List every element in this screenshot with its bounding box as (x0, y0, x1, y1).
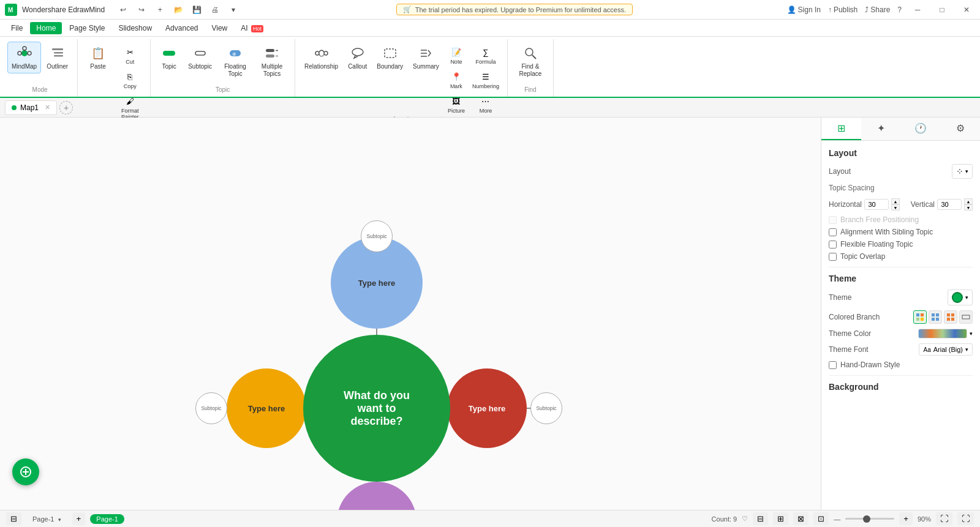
panel-tab-history[interactable]: 🕐 (901, 118, 941, 140)
vertical-down[interactable]: ▼ (964, 204, 973, 211)
redo-btn[interactable]: ↪ (133, 3, 150, 17)
relationship-btn[interactable]: Relationship (300, 42, 342, 73)
formula-btn[interactable]: ∑ Formula (469, 44, 502, 67)
mindmap-btn[interactable]: MindMap (7, 42, 41, 73)
canvas[interactable]: What do youwant todescribe? Type here Ty… (0, 118, 821, 510)
share-btn[interactable]: ⤴ Share (865, 6, 890, 14)
topic-overlap-checkbox[interactable] (829, 253, 837, 261)
subtopic-icon (192, 45, 209, 62)
numbering-btn[interactable]: ☰ Numbering (469, 69, 502, 91)
picture-btn[interactable]: 🖼 Picture (445, 93, 468, 116)
cut-btn[interactable]: ✂ Cut (115, 44, 145, 67)
floating-topic-btn[interactable]: ⊕ Floating Topic (217, 42, 253, 81)
sub-top-node[interactable]: Subtopic (361, 220, 393, 252)
horizontal-input[interactable] (864, 199, 889, 210)
find-replace-btn[interactable]: Find & Replace (513, 42, 548, 81)
vertical-input[interactable] (937, 199, 962, 210)
cb-btn-4[interactable] (959, 310, 973, 324)
map1-tab[interactable]: Map1 ✕ (5, 100, 57, 115)
sub-left-node[interactable]: Subtopic (195, 392, 227, 424)
close-btn[interactable]: ✕ (958, 3, 975, 17)
cb-btn-3[interactable] (944, 310, 957, 324)
add-tab-btn[interactable]: + (59, 101, 73, 114)
alignment-sibling-checkbox[interactable] (829, 228, 837, 236)
fit-screen-btn[interactable]: ⛶ (936, 512, 952, 525)
trial-banner: 🛒 The trial period has expired. Upgrade … (396, 4, 633, 15)
center-node[interactable]: What do youwant todescribe? (303, 335, 450, 482)
right-node[interactable]: Type here (447, 368, 527, 448)
active-page-tab[interactable]: Page-1 (90, 514, 124, 524)
horizontal-label: Horizontal (829, 200, 862, 209)
menu-ai[interactable]: AI Hot (235, 22, 270, 34)
panel-tab-settings[interactable]: ⚙ (940, 118, 980, 140)
horizontal-down[interactable]: ▼ (891, 204, 900, 211)
view-mode-2-btn[interactable]: ⊞ (773, 512, 788, 525)
vertical-up[interactable]: ▲ (964, 198, 973, 204)
undo-btn[interactable]: ↩ (115, 3, 132, 17)
summary-btn[interactable]: Summary (409, 42, 443, 73)
more-insert-btn[interactable]: ⋯ More (469, 93, 502, 116)
menu-slideshow[interactable]: Slideshow (112, 22, 158, 34)
svg-rect-45 (936, 313, 939, 316)
mark-btn[interactable]: 📍 Mark (445, 69, 468, 91)
subtopic-btn[interactable]: Subtopic (184, 42, 216, 73)
sub-right-node[interactable]: Subtopic (530, 392, 562, 424)
theme-color-control[interactable]: ▾ (918, 329, 973, 338)
branch-free-checkbox[interactable] (829, 216, 837, 224)
formula-icon: ∑ (480, 46, 492, 58)
publish-icon: ↑ (828, 6, 832, 14)
layout-selector[interactable]: ⁘ ▾ (952, 164, 973, 179)
layout-grid-icon: ⁘ (956, 166, 963, 176)
topic-icon (160, 45, 178, 62)
menu-advanced[interactable]: Advanced (159, 22, 204, 34)
paste-btn[interactable]: 📋 Paste (83, 42, 113, 73)
theme-selector[interactable]: ▾ (948, 290, 973, 305)
page-tab-1[interactable]: Page-1 ▾ (26, 514, 67, 524)
view-mode-3-btn[interactable]: ⊠ (793, 512, 809, 525)
view-mode-4-btn[interactable]: ⊡ (813, 512, 829, 525)
copy-btn[interactable]: ⎘ Copy (115, 69, 145, 91)
cb-btn-1[interactable] (913, 310, 927, 324)
boundary-btn[interactable]: Boundary (372, 42, 407, 73)
topic-btn[interactable]: Topic (156, 42, 183, 73)
minimize-btn[interactable]: ─ (909, 3, 926, 17)
toggle-panel-btn[interactable]: ⊟ (6, 512, 21, 525)
theme-font-selector[interactable]: Aa Arial (Big) ▾ (919, 343, 973, 356)
menu-file[interactable]: File (5, 22, 29, 34)
svg-rect-40 (916, 313, 919, 316)
panel-tab-layout[interactable]: ⊞ (821, 118, 861, 140)
callout-btn[interactable]: Callout (344, 42, 371, 73)
signin-btn[interactable]: 👤 Sign In (787, 6, 821, 14)
zoom-slider[interactable] (845, 518, 894, 520)
outliner-btn[interactable]: Outliner (42, 42, 72, 73)
svg-point-5 (28, 51, 31, 55)
menu-page-style[interactable]: Page Style (63, 22, 111, 34)
fullscreen-btn[interactable]: ⛶ (957, 512, 974, 525)
multiple-topics-btn[interactable]: Multiple Topics (254, 42, 290, 81)
open-btn[interactable]: 📂 (170, 3, 187, 17)
horizontal-up[interactable]: ▲ (891, 198, 900, 204)
add-page-btn[interactable]: + (72, 512, 86, 525)
left-node[interactable]: Type here (227, 368, 306, 448)
cb-btn-2[interactable] (929, 310, 942, 324)
maximize-btn[interactable]: □ (933, 3, 951, 17)
save-btn[interactable]: 💾 (188, 3, 205, 17)
panel-tab-style[interactable]: ✦ (861, 118, 901, 140)
svg-point-27 (526, 48, 533, 56)
hand-drawn-checkbox[interactable] (829, 361, 837, 369)
publish-btn[interactable]: ↑ Publish (828, 6, 858, 14)
divider-2 (829, 375, 973, 376)
print-btn[interactable]: 🖨 (206, 3, 224, 17)
new-btn[interactable]: + (151, 3, 168, 17)
zoom-plus-btn[interactable]: + (899, 512, 913, 525)
note-btn[interactable]: 📝 Note (445, 44, 468, 67)
help-btn[interactable]: ? (897, 6, 902, 14)
bottom-node[interactable]: Type here (337, 482, 417, 510)
more-quick-btn[interactable]: ▾ (225, 3, 242, 17)
floating-action-btn[interactable] (12, 458, 39, 485)
menu-home[interactable]: Home (30, 22, 62, 34)
panel-content: Layout Layout ⁘ ▾ Topic Spacing Horizont… (821, 141, 980, 405)
flexible-floating-checkbox[interactable] (829, 241, 837, 249)
menu-view[interactable]: View (205, 22, 233, 34)
view-mode-1-btn[interactable]: ⊟ (753, 512, 768, 525)
